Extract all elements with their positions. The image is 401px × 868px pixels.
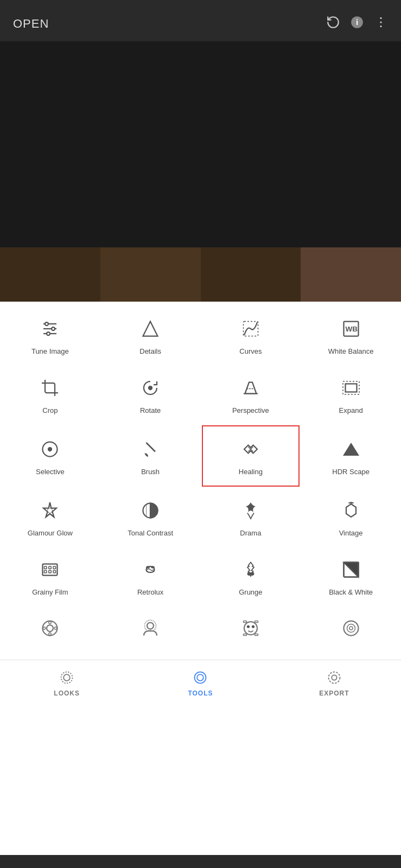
nav-export-icon: [326, 669, 343, 686]
strip-seg-4: [301, 247, 401, 302]
expand-icon: [338, 375, 364, 401]
tool-brush-label: Brush: [141, 468, 160, 477]
tool-rotate[interactable]: Rotate: [100, 365, 201, 424]
tool-crop[interactable]: Crop: [0, 365, 100, 424]
nav-export[interactable]: EXPORT: [313, 669, 356, 697]
tool-selective[interactable]: Selective: [0, 424, 100, 488]
image-canvas: [0, 41, 401, 302]
tool-vintage[interactable]: Vintage: [301, 488, 401, 547]
info-icon[interactable]: i: [350, 15, 364, 33]
nav-looks[interactable]: LOOKS: [45, 669, 88, 697]
tool-vintage-label: Vintage: [339, 529, 363, 538]
more-icon[interactable]: [374, 15, 388, 33]
svg-point-3: [380, 21, 381, 23]
rotate-icon: [137, 375, 163, 401]
tool-glamour-glow[interactable]: Glamour Glow: [0, 488, 100, 547]
tool-perspective[interactable]: Perspective: [201, 365, 301, 424]
header-actions: i: [326, 15, 388, 33]
svg-rect-37: [43, 564, 58, 575]
tool-details[interactable]: Details: [100, 306, 201, 365]
svg-point-52: [47, 625, 53, 631]
tonal-contrast-icon: [137, 497, 163, 524]
vintage-icon: [338, 497, 364, 524]
tool-healing[interactable]: Healing: [202, 425, 300, 487]
svg-text:WB: WB: [345, 325, 358, 333]
svg-point-51: [43, 621, 58, 636]
tool-face[interactable]: [201, 605, 301, 655]
drama-icon: [238, 497, 264, 524]
film-icon: [37, 615, 63, 641]
tool-white-balance[interactable]: WB White Balance: [301, 306, 401, 365]
tool-expand[interactable]: Expand: [301, 365, 401, 424]
tool-healing-label: Healing: [239, 468, 263, 477]
glamour-glow-icon: [37, 497, 63, 524]
svg-point-57: [147, 623, 154, 629]
tool-tune-image-label: Tune Image: [31, 347, 69, 356]
svg-marker-26: [343, 443, 359, 456]
portrait-icon: [137, 615, 163, 641]
tool-drama[interactable]: Drama: [201, 488, 301, 547]
tool-black-white[interactable]: Black & White: [301, 547, 401, 606]
selective-icon: [37, 436, 63, 462]
svg-point-72: [195, 672, 206, 684]
tool-film[interactable]: [0, 605, 100, 655]
tool-tonal-contrast[interactable]: Tonal Contrast: [100, 488, 201, 547]
undo-icon[interactable]: [326, 15, 340, 33]
tool-brush[interactable]: Brush: [100, 424, 201, 488]
tool-tune-image[interactable]: Tune Image: [0, 306, 100, 365]
strip-seg-1: [0, 247, 100, 302]
svg-rect-65: [254, 634, 258, 636]
tool-selective-label: Selective: [36, 468, 65, 477]
svg-point-44: [147, 566, 149, 567]
tool-retrolux-label: Retrolux: [137, 588, 163, 597]
svg-line-23: [147, 443, 156, 452]
svg-rect-39: [49, 566, 52, 569]
bottom-panel: Tune Image Details Curves: [0, 302, 401, 855]
hdr-scape-icon: [338, 436, 364, 462]
tool-tonal-contrast-label: Tonal Contrast: [128, 529, 173, 538]
svg-point-66: [343, 621, 358, 636]
tool-hdr-scape-label: HDR Scape: [332, 468, 370, 477]
svg-point-61: [252, 626, 254, 628]
svg-point-2: [380, 17, 381, 19]
bottom-nav: LOOKS TOOLS EXPORT: [0, 660, 401, 708]
face-icon: [238, 615, 264, 641]
svg-point-54: [49, 633, 52, 636]
nav-export-label: EXPORT: [319, 690, 349, 697]
svg-point-70: [61, 672, 73, 684]
nav-looks-label: LOOKS: [54, 690, 80, 697]
svg-marker-33: [346, 504, 356, 517]
svg-point-74: [332, 675, 336, 680]
nav-tools[interactable]: TOOLS: [179, 669, 222, 697]
svg-point-56: [55, 627, 58, 630]
svg-point-9: [52, 327, 55, 330]
tool-grunge[interactable]: Grunge: [201, 547, 301, 606]
tool-white-balance-label: White Balance: [328, 347, 374, 356]
strip-seg-2: [100, 247, 201, 302]
grainy-film-icon: [37, 557, 63, 583]
tool-lens[interactable]: [301, 605, 401, 655]
perspective-icon: [238, 375, 264, 401]
svg-rect-63: [254, 621, 258, 623]
svg-point-15: [149, 386, 152, 390]
svg-point-58: [145, 620, 156, 631]
svg-line-36: [351, 502, 354, 503]
black-white-icon: [338, 557, 364, 583]
nav-tools-label: TOOLS: [188, 690, 213, 697]
svg-point-71: [198, 675, 204, 681]
tool-grainy-film[interactable]: Grainy Film: [0, 547, 100, 606]
tool-curves[interactable]: Curves: [201, 306, 301, 365]
svg-point-73: [328, 672, 340, 684]
details-icon: [137, 316, 163, 342]
tool-portrait[interactable]: [100, 605, 201, 655]
svg-marker-16: [245, 382, 256, 393]
svg-rect-62: [243, 621, 246, 623]
tool-details-label: Details: [139, 347, 161, 356]
tool-hdr-scape[interactable]: HDR Scape: [301, 424, 401, 488]
svg-point-45: [151, 566, 154, 567]
open-button[interactable]: OPEN: [13, 17, 49, 31]
tool-black-white-label: Black & White: [329, 588, 373, 597]
tool-retrolux[interactable]: Retrolux: [100, 547, 201, 606]
svg-line-35: [348, 502, 351, 503]
tool-glamour-glow-label: Glamour Glow: [28, 529, 73, 538]
